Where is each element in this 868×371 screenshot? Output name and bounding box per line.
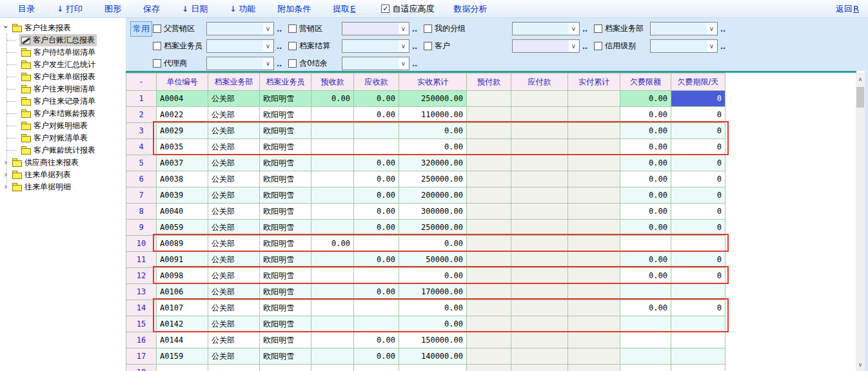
filter-dropdown[interactable]: ∨ bbox=[342, 22, 409, 35]
cell[interactable] bbox=[568, 187, 620, 204]
cell[interactable]: 140000.00 bbox=[399, 348, 467, 365]
toolbar-button-0[interactable]: 目录 bbox=[18, 3, 35, 15]
cell[interactable] bbox=[354, 123, 399, 139]
row-number-cell[interactable]: 4 bbox=[126, 139, 157, 155]
cell[interactable] bbox=[568, 332, 620, 348]
cell[interactable] bbox=[311, 155, 354, 171]
row-number-cell[interactable]: 16 bbox=[126, 332, 157, 348]
tree-expand-icon[interactable]: › bbox=[2, 171, 10, 178]
cell[interactable]: 250000.00 bbox=[399, 171, 467, 187]
tree-item-11[interactable]: ›供应商往来报表 bbox=[0, 157, 126, 169]
row-number-cell[interactable]: 2 bbox=[126, 107, 157, 123]
cell[interactable]: 公关部 bbox=[208, 220, 260, 236]
column-header-1[interactable]: 单位编号 bbox=[157, 73, 208, 91]
cell[interactable] bbox=[511, 284, 568, 300]
cell[interactable] bbox=[311, 252, 354, 268]
cell[interactable]: 0.00 bbox=[620, 123, 671, 139]
cell[interactable] bbox=[568, 316, 620, 332]
cell[interactable] bbox=[620, 332, 671, 348]
cell[interactable] bbox=[511, 365, 568, 371]
cell[interactable] bbox=[671, 348, 725, 365]
toolbar-button-6[interactable]: 附加条件 bbox=[277, 3, 311, 15]
cell[interactable]: 0 bbox=[671, 300, 725, 316]
cell[interactable] bbox=[467, 316, 511, 332]
cell[interactable]: 0.00 bbox=[354, 107, 399, 123]
cell[interactable]: A0037 bbox=[157, 155, 208, 171]
tree-item-5[interactable]: 客户往来明细清单 bbox=[0, 83, 126, 95]
cell[interactable]: 欧阳明雪 bbox=[260, 204, 311, 220]
more-button[interactable]: ‥ bbox=[412, 24, 424, 33]
cell[interactable] bbox=[467, 348, 511, 365]
filter-dropdown[interactable]: ∨ bbox=[206, 22, 274, 35]
cell[interactable] bbox=[311, 365, 354, 371]
cell[interactable] bbox=[671, 284, 725, 300]
toolbar-button-9[interactable]: 数据分析 bbox=[453, 3, 487, 15]
cell[interactable] bbox=[511, 268, 568, 284]
cell[interactable]: 0.00 bbox=[620, 220, 671, 236]
cell[interactable] bbox=[620, 348, 671, 365]
cell[interactable]: A0106 bbox=[157, 284, 208, 300]
cell[interactable]: 欧阳明雪 bbox=[260, 268, 311, 284]
more-button[interactable]: ‥ bbox=[277, 42, 288, 51]
cell[interactable]: 0.00 bbox=[354, 204, 399, 220]
tree-item-7[interactable]: 客户未结账龄报表 bbox=[0, 108, 126, 120]
cell[interactable] bbox=[511, 155, 568, 171]
cell[interactable]: 200000.00 bbox=[399, 187, 467, 204]
toolbar-button-3[interactable]: 保存 bbox=[143, 3, 160, 15]
scroll-up-icon[interactable]: ∧ bbox=[856, 75, 865, 83]
cell[interactable] bbox=[311, 204, 354, 220]
filter-checkbox[interactable] bbox=[594, 42, 602, 50]
cell[interactable] bbox=[568, 252, 620, 268]
cell[interactable] bbox=[311, 139, 354, 155]
column-header-4[interactable]: 预收款 bbox=[311, 73, 354, 91]
cell[interactable] bbox=[467, 204, 511, 220]
cell[interactable] bbox=[311, 316, 354, 332]
column-header-5[interactable]: 应收款 bbox=[354, 73, 399, 91]
tree-item-3[interactable]: 客户发生汇总统计 bbox=[0, 59, 126, 71]
cell[interactable]: 公关部 bbox=[208, 107, 260, 123]
cell[interactable] bbox=[568, 284, 620, 300]
cell[interactable]: 欧阳明雪 bbox=[260, 139, 311, 155]
tree-item-13[interactable]: ›往来单据明细 bbox=[0, 181, 126, 193]
more-button[interactable]: ‥ bbox=[412, 42, 424, 51]
cell[interactable]: 公关部 bbox=[208, 204, 260, 220]
row-number-cell[interactable]: 7 bbox=[126, 187, 157, 204]
cell[interactable]: 公关部 bbox=[208, 252, 260, 268]
cell[interactable] bbox=[467, 220, 511, 236]
cell[interactable] bbox=[511, 204, 568, 220]
filter-checkbox[interactable] bbox=[424, 24, 432, 33]
cell[interactable] bbox=[311, 300, 354, 316]
column-header-6[interactable]: 实收累计 bbox=[399, 73, 467, 91]
cell[interactable] bbox=[311, 123, 354, 139]
cell[interactable]: A0029 bbox=[157, 123, 208, 139]
cell[interactable]: A0038 bbox=[157, 171, 208, 187]
cell[interactable] bbox=[467, 123, 511, 139]
cell[interactable]: 0.00 bbox=[354, 187, 399, 204]
cell[interactable]: 欧阳明雪 bbox=[260, 284, 311, 300]
cell[interactable]: 0 bbox=[671, 204, 725, 220]
cell[interactable]: 公关部 bbox=[208, 316, 260, 332]
tree-item-8[interactable]: 客户对账明细表 bbox=[0, 120, 126, 132]
cell[interactable]: 150000.00 bbox=[399, 332, 467, 348]
filter-checkbox[interactable] bbox=[153, 24, 161, 33]
cell[interactable]: 公关部 bbox=[208, 187, 260, 204]
cell[interactable]: 0 bbox=[671, 171, 725, 187]
scroll-down-icon[interactable]: ∨ bbox=[856, 361, 865, 368]
cell[interactable]: 欧阳明雪 bbox=[260, 187, 311, 204]
tree-item-4[interactable]: 客户往来单据报表 bbox=[0, 71, 126, 83]
filter-dropdown[interactable]: ∨ bbox=[512, 22, 580, 35]
row-number-cell[interactable]: 5 bbox=[126, 155, 157, 171]
cell[interactable] bbox=[568, 268, 620, 284]
column-header-11[interactable]: 欠费期限/天 bbox=[671, 73, 725, 91]
cell[interactable] bbox=[511, 220, 568, 236]
cell[interactable]: 0.00 bbox=[354, 171, 399, 187]
cell[interactable]: 公关部 bbox=[208, 155, 260, 171]
filter-dropdown[interactable]: ∨ bbox=[650, 39, 718, 53]
filter-dropdown[interactable]: ∨ bbox=[206, 57, 274, 70]
cell[interactable]: 公关部 bbox=[208, 300, 260, 316]
cell[interactable] bbox=[467, 284, 511, 300]
cell[interactable]: 欧阳明雪 bbox=[260, 107, 311, 123]
cell[interactable]: 320000.00 bbox=[399, 155, 467, 171]
row-number-cell[interactable]: 14 bbox=[126, 300, 157, 316]
vertical-scrollbar[interactable]: ∧ ∨ bbox=[856, 73, 865, 371]
